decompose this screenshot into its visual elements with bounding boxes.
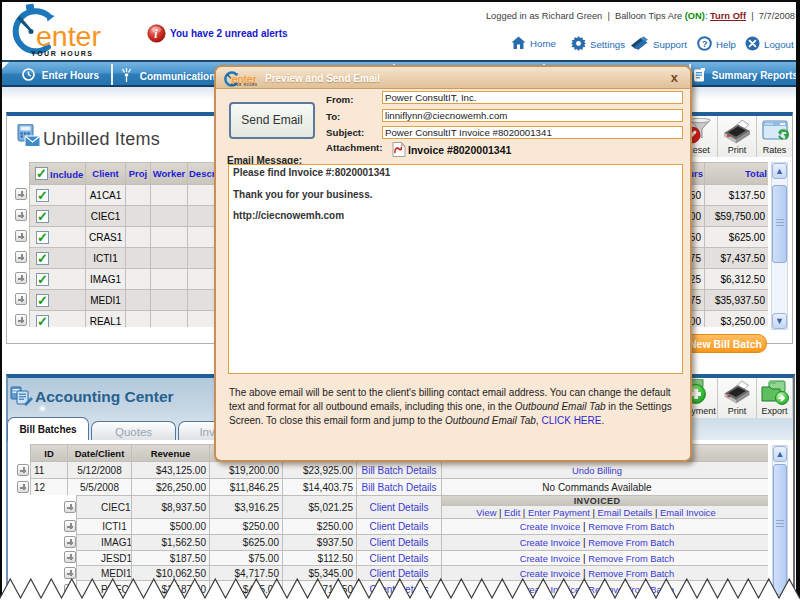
svg-text:enter: enter [232, 73, 257, 85]
svg-text:?: ? [702, 39, 708, 49]
svg-text:YOUR HOURS: YOUR HOURS [231, 83, 258, 87]
